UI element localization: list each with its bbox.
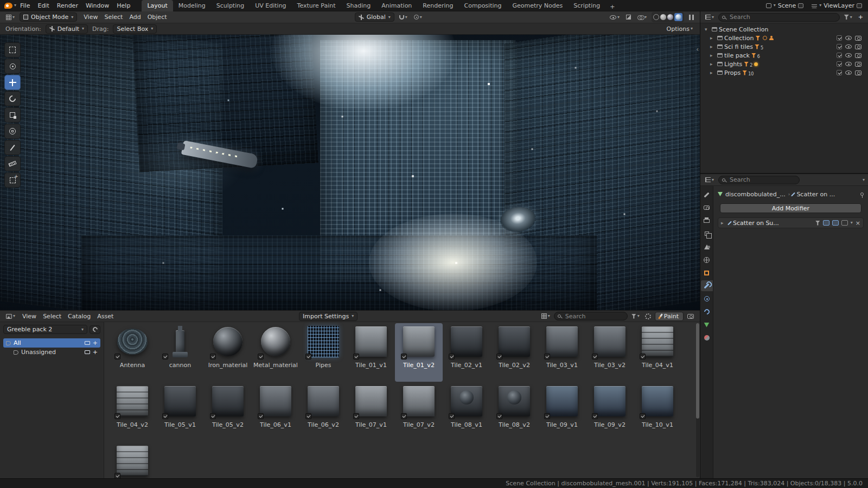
properties-tab[interactable]: [701, 293, 713, 304]
properties-search-input[interactable]: [719, 176, 799, 183]
refresh-previews-button[interactable]: [686, 314, 695, 319]
asset-item[interactable]: Metal_material: [252, 323, 299, 382]
shading-solid-button[interactable]: [660, 14, 666, 20]
asset-item[interactable]: Tile_08_v1: [443, 383, 490, 441]
hide-viewport-toggle[interactable]: [845, 62, 852, 66]
asset-settings-button[interactable]: [643, 313, 653, 319]
xray-toggle[interactable]: [624, 15, 633, 20]
properties-tab[interactable]: [701, 202, 713, 213]
hide-render-toggle[interactable]: [855, 36, 861, 41]
proportional-edit-toggle[interactable]: ▾: [412, 15, 424, 20]
properties-tab[interactable]: [701, 280, 713, 291]
display-mode-dropdown[interactable]: ▾: [540, 313, 552, 319]
selectable-checkbox[interactable]: [837, 61, 842, 67]
menu-item[interactable]: Window: [82, 1, 113, 11]
editor-type-selector[interactable]: ▾: [704, 177, 716, 182]
selectable-checkbox[interactable]: [837, 53, 842, 58]
asset-item[interactable]: Tile_05_v1: [156, 383, 204, 441]
scene-selector[interactable]: ▾ Scene: [763, 2, 807, 10]
properties-tab[interactable]: [701, 267, 713, 278]
shading-material-button[interactable]: [667, 14, 673, 20]
outliner-collection-row[interactable]: ▸ Props 10: [703, 68, 866, 77]
asset-item[interactable]: Tile_02_v1: [443, 323, 490, 382]
hide-render-toggle[interactable]: [855, 44, 861, 49]
paint-button[interactable]: Paint: [655, 312, 684, 321]
outliner-root-row[interactable]: ▾ Scene Collection: [703, 25, 866, 34]
workspace-tab[interactable]: Texture Paint: [292, 0, 341, 11]
properties-tab[interactable]: [701, 189, 713, 200]
asset-item[interactable]: Tile_05_v2: [204, 383, 252, 441]
hide-viewport-toggle[interactable]: [845, 70, 852, 75]
asset-menu-item[interactable]: View: [19, 311, 40, 322]
breadcrumb-modifier[interactable]: Scatter on ...: [796, 191, 835, 198]
sidebar-collapse-handle[interactable]: ‹: [696, 46, 699, 53]
tool-button[interactable]: [4, 124, 21, 139]
workspace-tab[interactable]: Compositing: [459, 0, 507, 11]
tool-button[interactable]: [4, 75, 21, 90]
selectable-checkbox[interactable]: [837, 44, 842, 49]
modifier-filter-icon[interactable]: [815, 221, 820, 226]
disclosure-icon[interactable]: ▸: [710, 70, 716, 75]
blender-logo-icon[interactable]: [4, 3, 12, 9]
overlays-toggle[interactable]: ▾: [636, 15, 648, 20]
hide-render-toggle[interactable]: [855, 62, 861, 67]
asset-item[interactable]: Tile_07_v2: [395, 383, 443, 441]
hide-render-toggle[interactable]: [855, 53, 861, 58]
shading-wireframe-button[interactable]: [653, 14, 659, 20]
disclosure-icon[interactable]: ▸: [710, 61, 716, 67]
modifier-name[interactable]: Scatter on Su...: [733, 220, 813, 227]
new-collection-button[interactable]: +: [857, 14, 865, 20]
tool-button[interactable]: [4, 156, 21, 171]
asset-search-input[interactable]: [554, 313, 627, 320]
pin-icon[interactable]: [860, 192, 864, 196]
outliner-search-input[interactable]: [719, 14, 839, 21]
catalog-item[interactable]: All +: [3, 338, 100, 348]
snap-toggle[interactable]: ▾: [398, 15, 409, 20]
drag-mode-selector[interactable]: Select Box ▾: [113, 24, 157, 34]
realtime-display-toggle[interactable]: [832, 220, 839, 226]
properties-tab[interactable]: [701, 319, 713, 330]
asset-item[interactable]: cannon: [156, 323, 204, 382]
refresh-library-button[interactable]: [90, 325, 100, 334]
asset-item[interactable]: Tile_10_v1: [634, 383, 681, 441]
new-scene-icon[interactable]: [798, 3, 803, 8]
asset-item[interactable]: Tile_03_v2: [586, 323, 634, 382]
outliner-collection-row[interactable]: ▸ tile pack 6: [703, 51, 866, 60]
asset-item[interactable]: [108, 442, 156, 478]
asset-item[interactable]: Tile_01_v2: [395, 323, 443, 382]
properties-tab[interactable]: [701, 241, 713, 252]
asset-item[interactable]: Tile_04_v1: [634, 323, 681, 382]
workspace-tab[interactable]: Geometry Nodes: [507, 0, 568, 11]
outliner-collection-row[interactable]: ▸ Sci fi tiles 5: [703, 42, 866, 51]
asset-item[interactable]: Tile_06_v1: [252, 383, 299, 441]
menu-item[interactable]: Edit: [34, 1, 53, 11]
disclosure-icon[interactable]: ▸: [710, 44, 716, 49]
editor-type-selector[interactable]: ▾: [704, 15, 716, 20]
chevron-down-icon[interactable]: ▾: [863, 178, 865, 182]
visibility-dropdown[interactable]: ▾: [608, 15, 621, 20]
asset-scrollbar[interactable]: [696, 323, 699, 477]
properties-tab[interactable]: [701, 215, 713, 226]
asset-filter-dropdown[interactable]: ▾: [630, 314, 641, 319]
properties-tab[interactable]: [701, 332, 713, 343]
import-settings-dropdown[interactable]: Import Settings ▾: [299, 312, 358, 321]
edit-mode-display-toggle[interactable]: [823, 220, 829, 226]
asset-item[interactable]: Tile_09_v2: [586, 383, 634, 441]
add-catalog-icon[interactable]: +: [93, 349, 98, 355]
screen-icon[interactable]: [85, 341, 90, 345]
scrollbar-thumb[interactable]: [696, 323, 699, 419]
menu-item[interactable]: File: [16, 1, 34, 11]
outliner-filter-dropdown[interactable]: ▾: [843, 15, 854, 20]
breadcrumb-object[interactable]: discombobulated_...: [725, 191, 786, 198]
hide-viewport-toggle[interactable]: [845, 36, 852, 40]
catalog-item[interactable]: Unassigned +: [11, 348, 100, 357]
modifier-extras-dropdown[interactable]: ▾: [851, 221, 853, 225]
asset-item[interactable]: Tile_01_v1: [347, 323, 395, 382]
options-dropdown[interactable]: Options ▾: [665, 25, 694, 33]
properties-tab[interactable]: [701, 228, 713, 239]
workspace-tab[interactable]: Modeling: [173, 0, 211, 11]
asset-item[interactable]: Pipes: [299, 323, 347, 382]
editor-type-selector[interactable]: ▾: [4, 15, 16, 20]
hide-render-toggle[interactable]: [855, 70, 861, 75]
workspace-tab[interactable]: Layout: [142, 0, 173, 11]
